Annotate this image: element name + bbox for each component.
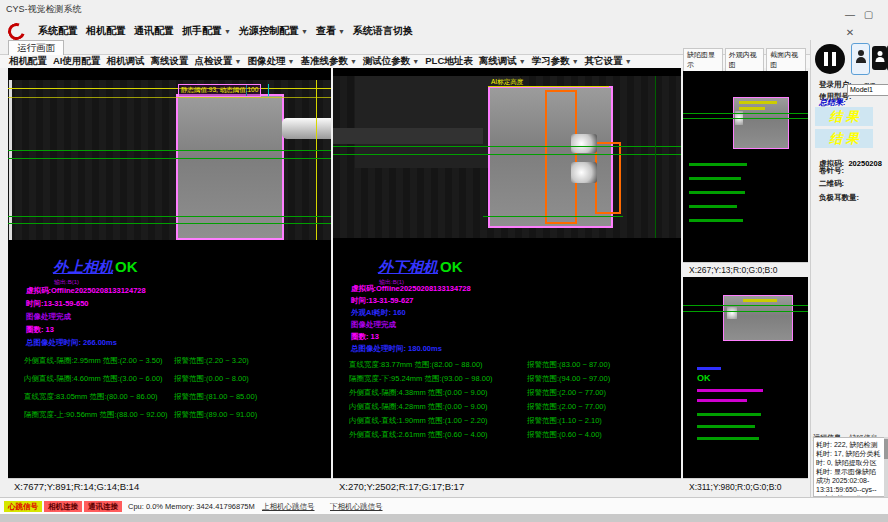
tool-camera-config[interactable]: 相机配置	[6, 55, 50, 68]
aux2-coords: X:311;Y:980;R:0;G:0;B:0	[683, 478, 808, 495]
tab-blob	[727, 307, 737, 319]
dropdown-arrow-icon: ▼	[625, 58, 632, 65]
tool-camera-debug[interactable]: 相机调试	[104, 55, 148, 68]
scrollbar-thumb[interactable]	[884, 439, 888, 459]
threshold-overlay-label: 静态阈值:93, 动态阈值:100	[178, 84, 261, 97]
dropdown-arrow-icon: ▼	[287, 58, 294, 65]
menu-camera-config[interactable]: 相机配置	[82, 22, 130, 40]
camera-image-upper[interactable]: 静态阈值:93, 动态阈值:100	[8, 80, 331, 240]
user-login-button[interactable]	[851, 43, 870, 75]
tab-outer-inner-view[interactable]: 外观内视图	[725, 48, 765, 71]
process-done: 图像处理完成	[351, 320, 396, 330]
measurement-row: 内侧直线-直线:1.90mm 范围:(1.00 ~ 2.20)报警范围:(1.1…	[349, 416, 602, 426]
dropdown-arrow-icon: ▼	[572, 58, 579, 65]
needle-label: 卷针号:	[819, 166, 844, 176]
cursor-coords-upper: X:7677;Y:891;R:14;G:14;B:14	[8, 478, 331, 495]
loop-count: 圈数: 13	[351, 332, 379, 342]
tool-spotcheck-settings[interactable]: 点检设置▼	[192, 55, 245, 68]
dropdown-arrow-icon: ▼	[412, 58, 419, 65]
user-switch-button[interactable]	[872, 46, 887, 70]
aux-tab-row: 缺陷图显示 外观内视图 截面内视图	[683, 56, 808, 71]
measurement-row: 内侧直线-隔圈:4.28mm 范围:(0.00 ~ 9.00)报警范围:(2.0…	[349, 402, 606, 412]
menu-language-switch[interactable]: 系统语言切换	[349, 22, 417, 40]
tool-learning-params[interactable]: 学习参数▼	[529, 55, 582, 68]
status-ok: OK	[440, 258, 463, 275]
minimize-button[interactable]: —	[843, 9, 857, 20]
capture-time: 时间:13-31-59-627	[351, 296, 414, 306]
measurement-row: 直线宽度:83.05mm 范围:(80.00 ~ 86.00)报警范围:(81.…	[24, 392, 257, 402]
status-ok: OK	[115, 258, 138, 275]
lower-cam-heartbeat: 下相机心跳信号	[330, 502, 383, 512]
camera-view-lower[interactable]: AI标定高度 外下相机OK 输出:B(1) 虚拟码:Offline2025020…	[333, 68, 681, 478]
menu-view[interactable]: 查看▼	[312, 22, 349, 40]
tool-offline-debug[interactable]: 离线调试▼	[476, 55, 529, 68]
maximize-button[interactable]: ▢	[861, 9, 875, 20]
menu-light-config[interactable]: 光源控制配置▼	[235, 22, 312, 40]
window-title: CYS-视觉检测系统	[6, 3, 82, 16]
tool-offline-settings[interactable]: 离线设置	[148, 55, 192, 68]
camera-image-lower[interactable]: AI标定高度	[333, 76, 681, 238]
tool-plc-address-table[interactable]: PLC地址表	[422, 55, 476, 68]
aux-view-1[interactable]	[683, 71, 808, 262]
total-process-time: 总图像处理时间: 180.00ms	[351, 344, 442, 354]
result-box-1: 结 果	[815, 107, 873, 126]
virtual-code: 虚拟码:Offline20250208133124728	[26, 286, 146, 296]
tool-ai-usage-config[interactable]: AI使用配置	[50, 55, 104, 68]
tool-other-settings[interactable]: 其它设置▼	[582, 55, 635, 68]
nozzle	[282, 118, 331, 139]
aux2-status-ok: OK	[697, 373, 711, 383]
virtual-code: 虚拟码:Offline20250208133134728	[351, 284, 471, 294]
measurement-row: 外侧直线-隔圈:2.95mm 范围:(2.00 ~ 3.50)报警范围:(2.2…	[24, 356, 249, 366]
tab-blob	[571, 162, 597, 183]
tool-baseline-params[interactable]: 基准线参数▼	[297, 55, 359, 68]
status-bar: 心跳信号 相机连接 通讯连接 Cpu: 0.0% Memory: 3424.41…	[0, 497, 888, 515]
heartbeat-badge: 心跳信号	[4, 501, 42, 512]
title-bar: CYS-视觉检测系统 — ▢ ✕	[0, 0, 888, 22]
total-process-time: 总图像处理时间: 266.00ms	[26, 338, 117, 348]
tool-image-processing[interactable]: 图像处理▼	[244, 55, 297, 68]
camera-view-upper[interactable]: 静态阈值:93, 动态阈值:100 外上相机OK 输出:B(1) 虚拟码:Off…	[8, 68, 331, 478]
camera-title: 外上相机OK	[53, 258, 138, 277]
tool-testitem-params[interactable]: 测试位参数▼	[360, 55, 422, 68]
log-panel[interactable]: 耗时: 222, 缺陷检测耗时: 17, 缺陷分类耗时: 0, 缺陷提取分区耗时…	[813, 437, 885, 497]
dropdown-arrow-icon: ▼	[301, 28, 308, 35]
measurement-row: 隔圈宽度-下:95.24mm 范围:(93.00 ~ 98.00)报警范围:(9…	[349, 374, 610, 384]
measurement-row: 外侧直线-直线:2.61mm 范围:(0.60 ~ 4.00)报警范围:(0.6…	[349, 430, 602, 440]
measurement-row: 隔圈宽度-上:90.56mm 范围:(88.00 ~ 92.00)报警范围:(8…	[24, 410, 257, 420]
result-box-2: 结 果	[815, 129, 873, 148]
ai-height-overlay-label: AI标定高度	[491, 78, 523, 87]
capture-time: 时间:13-31-59-650	[26, 299, 89, 309]
log-text: 耗时: 222, 缺陷检测耗时: 17, 缺陷分类耗时: 0, 缺陷提取分区耗时…	[814, 438, 884, 497]
camera-title: 外下相机OK	[378, 258, 463, 277]
aux-view-2[interactable]: OK	[683, 277, 808, 478]
dropdown-arrow-icon: ▼	[350, 58, 357, 65]
comm-link-badge: 通讯连接	[84, 501, 122, 512]
menu-bar: 系统配置 相机配置 通讯配置 抓手配置▼ 光源控制配置▼ 查看▼ 系统语言切换	[0, 22, 888, 40]
product-region	[176, 94, 284, 240]
upper-cam-heartbeat: 上相机心跳信号	[262, 502, 315, 512]
tab-run-screen[interactable]: 运行画面	[8, 40, 64, 56]
dropdown-arrow-icon: ▼	[235, 58, 242, 65]
side-panel: 登录用户: cys 使用型号: Model1 总结果: 结 果 结 果 虚拟码:…	[810, 40, 888, 497]
qr-label: 二维码:	[819, 179, 844, 189]
cpu-memory-text: Cpu: 0.0% Memory: 3424.41796875M	[128, 502, 255, 511]
cursor-coords-lower: X:270;Y:2502;R:17;G:17;B:17	[333, 478, 681, 495]
ai-detect-box	[595, 142, 621, 214]
tab-defect-display[interactable]: 缺陷图显示	[683, 48, 723, 71]
vcode-value: 20250208	[848, 159, 881, 168]
menu-comm-config[interactable]: 通讯配置	[130, 22, 178, 40]
loop-count: 圈数: 13	[26, 325, 54, 335]
menu-system-config[interactable]: 系统配置	[34, 22, 82, 40]
dropdown-arrow-icon: ▼	[224, 28, 231, 35]
tab-section-inner-view[interactable]: 截面内视图	[766, 48, 806, 71]
log-scrollbar[interactable]	[884, 437, 888, 497]
menu-gripper-config[interactable]: 抓手配置▼	[178, 22, 235, 40]
ai-time: 外观AI耗时: 160	[351, 308, 406, 318]
measurement-row: 直线宽度:83.77mm 范围:(82.00 ~ 88.00)报警范围:(83.…	[349, 360, 610, 370]
model-input[interactable]: Model1	[847, 84, 888, 96]
pause-button[interactable]	[815, 44, 845, 74]
window-bottom-edge	[0, 514, 888, 522]
dropdown-arrow-icon: ▼	[338, 28, 345, 35]
tab-blob	[571, 134, 597, 153]
measurement-row: 内侧直线-隔圈:4.60mm 范围:(3.00 ~ 6.00)报警范围:(0.0…	[24, 374, 249, 384]
